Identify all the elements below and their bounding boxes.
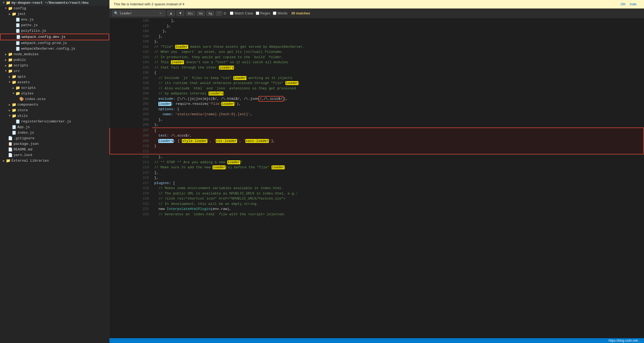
sidebar-item-components[interactable]: ▶ 📁 components [0, 102, 109, 107]
spacer [7, 131, 12, 134]
file-txt-icon: 📄 [8, 136, 13, 141]
sidebar-item-assets[interactable]: ▼ 📁 assets [0, 79, 109, 85]
sidebar-item-root[interactable]: ▼ 📁 my-doupan-react ~/Documents/react/do… [0, 0, 109, 6]
file-js-icon: 🗒️ [15, 119, 20, 124]
table-row: 207 { [110, 128, 644, 133]
regex-checkbox[interactable] [256, 11, 259, 15]
sidebar-item-gitignore[interactable]: 📄 .gitignore [0, 135, 109, 141]
table-row: 223 // Generates an `index.html` file wi… [110, 212, 644, 217]
sidebar-item-readme[interactable]: 📄 README.md [0, 147, 109, 152]
banner-ok-link[interactable]: OK [621, 2, 626, 6]
sidebar-item-paths-js[interactable]: 🗒️ paths.js [0, 22, 109, 28]
table-row: 203 options: { [110, 107, 644, 112]
folder-icon: 📁 [8, 52, 13, 57]
table-row: 189 ], [110, 34, 644, 39]
sidebar-item-app-js[interactable]: 🗒️ App.js [0, 124, 109, 130]
search-clear-button[interactable]: ✕ [159, 11, 162, 15]
spacer [11, 29, 15, 32]
file-scss-icon: 🎨 [19, 97, 24, 101]
search-all-button[interactable]: ALL [186, 11, 195, 16]
arrow-icon: ▼ [4, 7, 8, 10]
banner-text: This file is indented with 2 spaces inst… [114, 2, 184, 6]
sidebar-item-env-js[interactable]: 🗒️ env.js [0, 17, 109, 22]
spacer [11, 47, 15, 50]
spacer [7, 126, 12, 129]
table-row: 218 // Makes some environment variables … [110, 186, 644, 191]
table-row: 186 ], [110, 18, 644, 23]
sidebar-item-webpack-config-dev[interactable]: 🗒️ webpack.config.dev.js [0, 34, 109, 40]
sidebar-item-jest[interactable]: ▶ 📁 jest [0, 11, 109, 17]
table-row: 193 // In production, they would get cop… [110, 55, 644, 60]
sidebar-item-register-sw[interactable]: 🗒️ registerServiceWorker.js [0, 119, 109, 124]
arrow-icon: ▶ [4, 53, 8, 56]
table-row: 196 { [110, 70, 644, 75]
folder-icon: 📁 [8, 6, 13, 11]
arrow-icon: ▶ [4, 64, 8, 67]
spacer [11, 42, 15, 45]
sidebar-item-index-js[interactable]: 🗒️ index.js [0, 130, 109, 135]
file-md-icon: 📄 [8, 147, 13, 152]
match-case-option[interactable]: Match Case [230, 11, 253, 15]
folder-icon: 📁 [8, 63, 13, 68]
code-table: 186 ], 187 }, 188 }, 189 ], [109, 18, 644, 217]
search-regex-button[interactable]: .* [216, 11, 222, 16]
sidebar-item-webpack-config-prod[interactable]: 🗒️ webpack.config.prod.js [0, 40, 109, 46]
table-row: 195 // that fall through the other loade… [110, 65, 644, 70]
search-input[interactable] [119, 11, 159, 15]
search-next-button[interactable]: ▼ [176, 10, 184, 16]
table-row: 190 }, [110, 39, 644, 44]
sidebar-item-scripts[interactable]: ▶ 📁 scripts [0, 63, 109, 68]
search-case-button[interactable]: Aa [197, 11, 205, 16]
match-case-checkbox[interactable] [230, 11, 233, 15]
search-word-button[interactable]: Aa [206, 11, 214, 16]
sidebar-item-styles[interactable]: ▼ 📁 styles [0, 91, 109, 96]
sidebar-item-polyfills-js[interactable]: 🗒️ polyfills.js [0, 28, 109, 34]
sidebar-item-utils[interactable]: ▼ 📁 utils [0, 113, 109, 119]
sidebar-item-config[interactable]: ▼ 📁 config [0, 6, 109, 11]
table-row: 209 loaders: ['style-loader', 'css-loade… [110, 138, 644, 144]
sidebar-item-index-scss[interactable]: 🎨 index.scss [0, 96, 109, 102]
table-row: 188 }, [110, 29, 644, 34]
sidebar-item-yarn-lock[interactable]: 📄 yarn.lock [0, 152, 109, 158]
file-js-icon: 🗒️ [15, 17, 20, 22]
table-row: 213 // ** STOP ** Are you adding a new l… [110, 160, 644, 165]
folder-icon: 📁 [12, 114, 16, 118]
sidebar-item-scripts2[interactable]: ▶ 📁 scripts [0, 85, 109, 91]
table-row: 215 ], [110, 170, 644, 176]
arrow-icon: ▼ [2, 1, 6, 4]
table-row: 205 }, [110, 117, 644, 122]
table-row: 219 // The public URL is available as %P… [110, 191, 644, 196]
sidebar-item-public[interactable]: ▶ 📁 public [0, 57, 109, 63]
code-editor[interactable]: 186 ], 187 }, 188 }, 189 ], [109, 18, 644, 338]
status-url: https://blog.csdn.net/... [608, 339, 641, 342]
table-row: 216 }, [110, 175, 644, 181]
sidebar-item-webpack-devserver[interactable]: 🗒️ webpackDevServer.config.js [0, 46, 109, 51]
sidebar-item-store[interactable]: ▶ 📁 store [0, 107, 109, 113]
arrow-icon: ▶ [7, 75, 12, 78]
sidebar-item-apis[interactable]: ▶ 📁 apis [0, 74, 109, 79]
table-row: 210 } [110, 143, 644, 149]
table-row: 222 new InterpolateHtmlPlugin(env.raw), [110, 206, 644, 212]
spacer [4, 154, 8, 157]
spacer [15, 98, 19, 101]
file-tree: ▼ 📁 my-doupan-react ~/Documents/react/do… [0, 0, 109, 343]
sidebar-item-package-json[interactable]: 📋 package.json [0, 141, 109, 147]
arrow-icon: ▶ [11, 86, 15, 90]
banner-inde-link[interactable]: Inde [630, 2, 637, 6]
sidebar-item-node-modules[interactable]: ▶ 📁 node_modules [0, 51, 109, 57]
folder-icon: 📁 [6, 158, 10, 163]
words-checkbox[interactable] [273, 11, 276, 15]
file-json-icon: 📋 [8, 142, 13, 146]
regex-option[interactable]: Regex [256, 11, 270, 15]
folder-icon: 📁 [12, 74, 16, 79]
sidebar-item-src[interactable]: ▼ 📁 src [0, 68, 109, 74]
table-row: 211 [110, 149, 644, 154]
file-txt-icon: 📄 [8, 153, 13, 157]
search-settings-icon[interactable]: ⚙ [224, 11, 226, 16]
sidebar-item-external-libraries[interactable]: ▶ 📁 External Libraries [0, 158, 109, 163]
table-row: 194 // This loader doesn't use a "test" … [110, 60, 644, 65]
search-prev-button[interactable]: ▲ [167, 10, 175, 16]
words-option[interactable]: Words [273, 11, 287, 15]
spacer [4, 142, 8, 145]
table-row: 217 plugins: [ [110, 181, 644, 186]
